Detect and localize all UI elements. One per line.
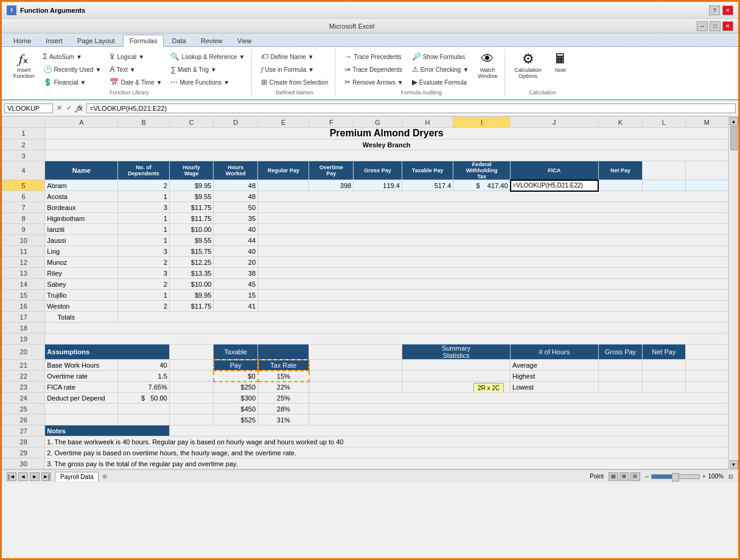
remove-arrows-button[interactable]: ✂ Remove Arrows ▼: [341, 76, 406, 88]
cell-26D[interactable]: $525: [214, 415, 258, 425]
cell-7D[interactable]: 50: [214, 202, 258, 213]
row-header-10[interactable]: 10: [2, 235, 45, 246]
cell-5I[interactable]: $ 417.40: [453, 180, 511, 191]
row-header-16[interactable]: 16: [2, 301, 45, 312]
cell-22B[interactable]: 1.5: [118, 371, 169, 382]
row-header-6[interactable]: 6: [2, 191, 45, 202]
row-header-18[interactable]: 18: [2, 323, 45, 334]
cell-23D[interactable]: $250: [214, 382, 258, 393]
cell-11A[interactable]: Ling: [45, 246, 118, 257]
error-checking-button[interactable]: ⚠ Error Checking ▼: [409, 63, 472, 75]
zoom-handle[interactable]: [672, 473, 679, 481]
cell-16A[interactable]: Weston: [45, 301, 118, 312]
cell-9C[interactable]: $10.00: [169, 224, 214, 235]
cell-8D[interactable]: 35: [214, 213, 258, 224]
cell-7B[interactable]: 3: [118, 202, 169, 213]
cell-12D[interactable]: 20: [214, 257, 258, 268]
cancel-formula-button[interactable]: ✕: [55, 104, 63, 112]
insert-function-bar-button[interactable]: 𝑓x: [75, 103, 84, 113]
row-header-26[interactable]: 26: [2, 415, 45, 425]
scroll-down-button[interactable]: ▼: [730, 460, 738, 469]
row-header-7[interactable]: 7: [2, 202, 45, 213]
col-header-M[interactable]: M: [685, 117, 728, 128]
cell-5B[interactable]: 2: [118, 180, 169, 191]
cell-16C[interactable]: $11.75: [169, 301, 214, 312]
cell-11B[interactable]: 3: [118, 246, 169, 257]
cell-21J-average[interactable]: Average: [511, 360, 599, 371]
row-header-15[interactable]: 15: [2, 290, 45, 301]
cell-10B[interactable]: 1: [118, 235, 169, 246]
zoom-fit-button[interactable]: ⊡: [728, 474, 733, 480]
tab-formulas[interactable]: Formulas: [123, 35, 164, 47]
minimize-button[interactable]: ─: [697, 21, 708, 31]
row-header-25[interactable]: 25: [2, 404, 45, 415]
cell-8C[interactable]: $11.75: [169, 213, 214, 224]
trace-precedents-button[interactable]: → Trace Precedents: [341, 51, 406, 63]
cell-15A[interactable]: Trujillo: [45, 290, 118, 301]
row-header-22[interactable]: 22: [2, 371, 45, 382]
more-functions-button[interactable]: ⋯ More Functions ▼: [167, 76, 248, 88]
tab-review[interactable]: Review: [194, 35, 229, 46]
row-header-27[interactable]: 27: [2, 425, 45, 436]
cell-25D[interactable]: $450: [214, 404, 258, 415]
cell-22D[interactable]: $0: [214, 371, 258, 382]
col-header-J[interactable]: J: [511, 117, 599, 128]
cell-11C[interactable]: $15.75: [169, 246, 214, 257]
cell-15B[interactable]: 1: [118, 290, 169, 301]
cell-13B[interactable]: 3: [118, 268, 169, 279]
col-header-I[interactable]: I: [453, 117, 511, 128]
sheet-nav-first[interactable]: |◄: [7, 472, 16, 481]
create-from-selection-button[interactable]: ⊞ Create from Selection: [258, 76, 331, 88]
row-header-21[interactable]: 21: [2, 360, 45, 371]
tab-page-layout[interactable]: Page Layout: [71, 35, 122, 46]
cell-6B[interactable]: 1: [118, 191, 169, 202]
cell-6A[interactable]: Acosta: [45, 191, 118, 202]
watch-window-button[interactable]: 👁 WatchWindow: [474, 51, 501, 81]
row-header-1[interactable]: 1: [2, 128, 45, 139]
insert-function-button[interactable]: 𝑓ₓ InsertFunction: [10, 51, 38, 81]
autosum-button[interactable]: Σ AutoSum ▼: [40, 51, 105, 63]
zoom-in-button[interactable]: +: [702, 474, 705, 480]
row-header-5[interactable]: 5: [2, 180, 45, 191]
zoom-out-button[interactable]: ─: [645, 474, 649, 480]
cell-15C[interactable]: $9.95: [169, 290, 214, 301]
zoom-slider[interactable]: [651, 474, 700, 479]
cell-subtitle[interactable]: Wesley Branch: [45, 139, 728, 150]
text-button[interactable]: A Text ▼: [106, 63, 165, 75]
cell-15D[interactable]: 15: [214, 290, 258, 301]
cell-6C[interactable]: $9.55: [169, 191, 214, 202]
logical-button[interactable]: ⊻ Logical ▼: [106, 51, 165, 63]
cell-5H[interactable]: 517.4: [402, 180, 453, 191]
cell-22A[interactable]: Overtime rate: [45, 371, 118, 382]
use-in-formula-button[interactable]: 𝑓 Use in Formula ▼: [258, 63, 331, 75]
calculate-now-button[interactable]: 🖩 Now: [547, 51, 574, 75]
trace-dependents-button[interactable]: ⇒ Trace Dependents: [341, 63, 406, 75]
cell-6D[interactable]: 48: [214, 191, 258, 202]
cell-9B[interactable]: 1: [118, 224, 169, 235]
row-header-14[interactable]: 14: [2, 279, 45, 290]
cell-13A[interactable]: Riley: [45, 268, 118, 279]
financial-button[interactable]: 💲 Financial ▼: [40, 76, 105, 88]
col-header-K[interactable]: K: [598, 117, 643, 128]
cell-8B[interactable]: 1: [118, 213, 169, 224]
col-header-H[interactable]: H: [402, 117, 453, 128]
math-trig-button[interactable]: ∑ Math & Trig ▼: [167, 63, 248, 75]
cell-10D[interactable]: 44: [214, 235, 258, 246]
row-header-3[interactable]: 3: [2, 150, 45, 161]
scrollbar-vertical[interactable]: ▲ ▼: [728, 116, 738, 469]
row-header-23[interactable]: 23: [2, 382, 45, 393]
cell-22J-highest[interactable]: Highest: [511, 371, 599, 382]
page-layout-view-button[interactable]: ⊞: [620, 472, 629, 481]
cell-21B[interactable]: 40: [118, 360, 169, 371]
cell-21A[interactable]: Base Work Hours: [45, 360, 118, 371]
row-header-4[interactable]: 4: [2, 161, 45, 180]
col-header-C[interactable]: C: [169, 117, 214, 128]
cell-24B[interactable]: $ 50.00: [118, 393, 169, 404]
sheet-nav-prev[interactable]: ◄: [18, 472, 28, 481]
sheet-tab-payroll[interactable]: Payroll Data: [55, 472, 99, 481]
col-header-L[interactable]: L: [643, 117, 685, 128]
cell-5D[interactable]: 48: [214, 180, 258, 191]
evaluate-formula-button[interactable]: ▶ Evaluate Formula: [409, 76, 472, 88]
cell-16B[interactable]: 2: [118, 301, 169, 312]
row-header-20[interactable]: 20: [2, 345, 45, 360]
